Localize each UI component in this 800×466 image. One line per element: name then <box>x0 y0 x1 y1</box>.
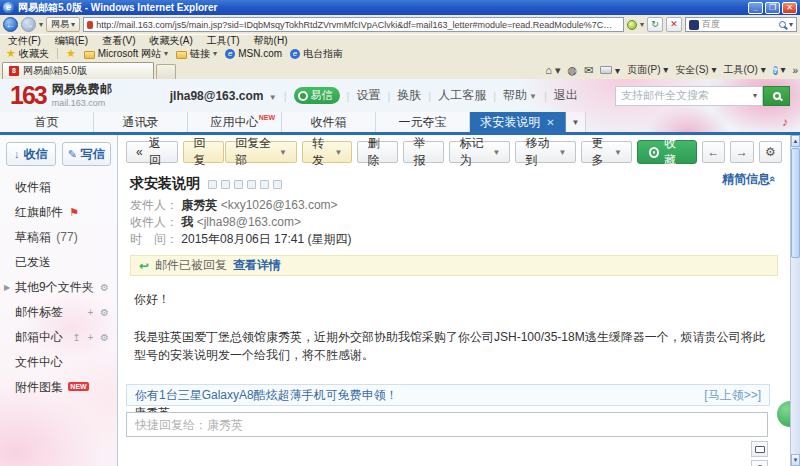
music-note-icon[interactable]: ♪ <box>782 115 788 129</box>
logout-link[interactable]: 退出 <box>554 87 578 104</box>
reply-button[interactable]: 回复 <box>183 141 224 163</box>
skin-link[interactable]: 换肤 <box>397 87 421 104</box>
favorites-button[interactable]: ★ 收藏夹 <box>6 47 49 61</box>
sidebar-item-attachments[interactable]: 附件图集 NEW <box>0 375 117 400</box>
view-detail-link[interactable]: 查看详情 <box>233 257 281 274</box>
ad-claim-link[interactable]: [马上领>>] <box>704 387 761 404</box>
favorite-radio-guide[interactable]: e 电台指南 <box>290 47 343 61</box>
scroll-up-arrow[interactable]: ▲ <box>791 135 800 147</box>
folder-actions[interactable]: + ⚙ <box>87 275 111 300</box>
menu-help[interactable]: 帮助(H) <box>254 34 288 48</box>
home-icon[interactable]: ⌂ ▾ <box>545 64 560 77</box>
forward-button[interactable]: 转发▼ <box>302 141 353 163</box>
contacts-book-button[interactable] <box>751 441 768 457</box>
ie-search-box[interactable]: 百度 ▾ <box>685 17 797 32</box>
sidebar-item-labels[interactable]: 邮件标签 + ⚙ <box>0 300 117 325</box>
settings-gear-button[interactable]: ⚙ <box>759 141 782 163</box>
print-button[interactable]: ▾ <box>600 65 620 76</box>
yixin-button[interactable]: 易信 <box>294 87 340 104</box>
close-button[interactable]: ✕ <box>782 2 797 14</box>
collapse-info-link[interactable]: 精简信息« <box>722 171 776 188</box>
to-name[interactable]: 我 <box>181 215 193 229</box>
chevron-down-icon[interactable]: ▾ <box>753 91 757 100</box>
tag-icon[interactable] <box>234 180 243 189</box>
favorite-links[interactable]: 链接 ▾ <box>176 47 217 61</box>
sidebar-item-file-center[interactable]: 文件中心 <box>0 350 117 375</box>
sidebar-item-drafts[interactable]: 草稿箱 (77) <box>0 225 117 250</box>
flag-icon[interactable] <box>221 180 230 189</box>
tools-menu-button[interactable]: 工具(O) ▾ <box>723 63 765 77</box>
expand-icon[interactable]: ▶ <box>4 275 10 300</box>
browser-tab[interactable]: 8 网易邮箱5.0版 <box>2 62 154 79</box>
tab-lottery[interactable]: 一元夺宝 <box>376 112 470 132</box>
restore-button[interactable]: ❐ <box>765 2 780 14</box>
favorite-mail-button[interactable]: 收藏 <box>637 140 697 164</box>
safety-menu-button[interactable]: 安全(S) ▾ <box>675 63 716 77</box>
edit-icon[interactable] <box>273 180 282 189</box>
command-overflow-button[interactable]: » <box>792 65 798 76</box>
tab-inbox[interactable]: 收件箱 <box>282 112 376 132</box>
163-logo[interactable]: 163 <box>10 83 46 108</box>
tab-overflow-button[interactable]: ▼ <box>566 112 586 132</box>
ad-banner[interactable]: 你有1台三星GalaxyA8酷炫超薄手机可免费申领！ [马上领>>] <box>126 384 770 406</box>
address-dropdown-icon[interactable]: ▾ <box>640 20 644 29</box>
sidebar-item-inbox[interactable]: 收件箱 <box>0 175 117 200</box>
mail-icon[interactable]: ✉ <box>584 64 593 77</box>
print-icon[interactable] <box>260 180 269 189</box>
sidebar-item-sent[interactable]: 已发送 <box>0 250 117 275</box>
scroll-thumb[interactable] <box>791 148 800 258</box>
feed-icon[interactable]: ◍ <box>568 64 578 77</box>
scroll-down-arrow[interactable]: ▼ <box>791 454 800 466</box>
settings-link[interactable]: 设置 <box>356 87 380 104</box>
move-to-button[interactable]: 移动到▼ <box>515 141 576 163</box>
tab-app-center[interactable]: 应用中心 NEW <box>188 112 282 132</box>
help-link[interactable]: 帮助▼ <box>503 87 537 104</box>
from-email[interactable]: <kxy1026@163.com> <box>221 198 338 212</box>
stop-button[interactable]: ✕ <box>666 17 682 32</box>
list-icon[interactable] <box>247 180 256 189</box>
next-mail-button[interactable]: → <box>730 141 753 163</box>
tab-home[interactable]: 首页 <box>0 112 94 132</box>
history-dropdown-icon[interactable]: ▾ <box>39 20 43 29</box>
zoom-button[interactable] <box>751 460 768 466</box>
close-tab-icon[interactable]: ✕ <box>546 117 554 128</box>
new-tab-button[interactable] <box>156 64 176 79</box>
back-button[interactable]: ← <box>3 17 18 32</box>
more-button[interactable]: 更多▼ <box>581 141 632 163</box>
address-input[interactable]: http://mail.163.com/js5/main.jsp?sid=IDq… <box>83 17 624 32</box>
mail-search-input[interactable]: 支持邮件全文搜索 ▾ <box>615 86 763 106</box>
page-menu-button[interactable]: 页面(P) ▾ <box>627 63 668 77</box>
sidebar-item-mail-center[interactable]: 邮箱中心 ↥ + ⚙ <box>0 325 117 350</box>
back-to-list-button[interactable]: « 返回 <box>126 141 178 163</box>
sidebar-item-flagged[interactable]: 红旗邮件 ⚑ <box>0 200 117 225</box>
search-options-icon[interactable]: ▾ <box>789 20 793 29</box>
compose-button[interactable]: ✎ 写信 <box>62 142 112 166</box>
previous-mail-button[interactable]: ← <box>702 141 725 163</box>
quick-reply-input[interactable] <box>126 412 768 437</box>
search-icon[interactable] <box>779 21 786 28</box>
sidebar-item-other-folders[interactable]: ▶ 其他9个文件夹 + ⚙ <box>0 275 117 300</box>
account-menu[interactable]: jlha98@163.com ▼ <box>170 89 277 103</box>
tab-contacts[interactable]: 通讯录 <box>94 112 188 132</box>
tab-message-active[interactable]: 求安装说明 ✕ <box>470 112 566 132</box>
favorite-msn[interactable]: e MSN.com <box>225 48 282 59</box>
help-button[interactable]: ? ▾ <box>773 64 786 76</box>
reply-all-button[interactable]: 回复全部▼ <box>225 141 297 163</box>
to-email[interactable]: <jlha98@163.com> <box>197 215 301 229</box>
delete-button[interactable]: 删除 <box>357 141 398 163</box>
report-button[interactable]: 举报 <box>403 141 444 163</box>
vertical-scrollbar[interactable]: ▲ ▼ <box>790 135 800 466</box>
open-window-icon[interactable] <box>208 180 217 189</box>
receive-mail-button[interactable]: ↓ 收信 <box>6 142 56 166</box>
mark-as-button[interactable]: 标记为▼ <box>449 141 510 163</box>
add-favorite-icon[interactable]: ★ <box>66 47 76 60</box>
favorite-microsoft[interactable]: Microsoft 网站 ▾ <box>84 47 168 61</box>
compatibility-icon[interactable] <box>627 20 637 30</box>
refresh-button[interactable]: ↻ <box>647 17 663 32</box>
scroll-track[interactable] <box>791 258 800 454</box>
mail-center-actions[interactable]: ↥ + ⚙ <box>72 325 111 350</box>
minimize-button[interactable]: _ <box>748 2 763 14</box>
mail-search-button[interactable] <box>763 86 790 106</box>
from-name[interactable]: 康秀英 <box>181 198 217 212</box>
support-link[interactable]: 人工客服 <box>438 87 486 104</box>
